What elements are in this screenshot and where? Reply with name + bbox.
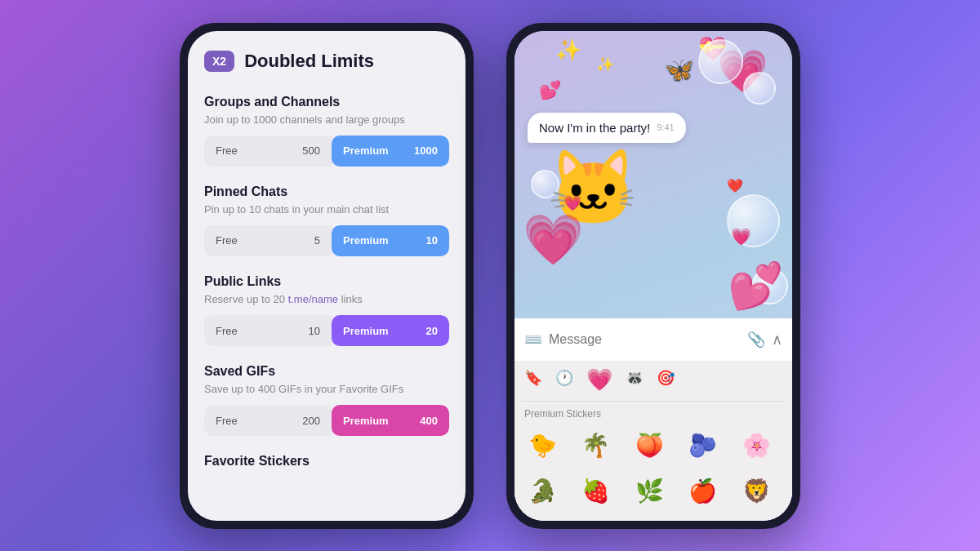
limit-free-gifs: Free 200 — [204, 405, 332, 436]
limit-bar-links: Free 10 Premium 20 — [204, 315, 449, 346]
heart-tab[interactable]: 💗 — [586, 367, 612, 393]
section-saved-gifs: Saved GIFs Save up to 400 GIFs in your F… — [204, 364, 449, 436]
premium-value-links: 20 — [426, 325, 438, 337]
panel-tabs: 🔖 🕐 💗 🦝 🎯 — [521, 369, 786, 402]
sticker-croc2[interactable]: 🌿 — [628, 470, 670, 513]
limit-premium-gifs: Premium 400 — [332, 405, 449, 436]
left-phone-screen: X2 Doubled Limits Groups and Channels Jo… — [188, 31, 466, 521]
keyboard-icon[interactable]: ⌨️ — [524, 331, 542, 349]
premium-label-gifs: Premium — [343, 415, 389, 427]
free-label-gifs: Free — [216, 415, 238, 427]
tme-link[interactable]: t.me/name — [288, 293, 338, 305]
premium-label-pinned: Premium — [343, 234, 389, 247]
bubble-decoration-1 — [698, 39, 743, 84]
chat-input-area: ⌨️ 📎 ∧ 🔖 🕐 💗 🦝 🎯 Premium Stickers — [514, 318, 792, 521]
bookmark-tab[interactable]: 🔖 — [524, 369, 542, 394]
premium-label-groups: Premium — [343, 144, 389, 157]
limit-free-links: Free 10 — [204, 315, 332, 346]
phone-content: X2 Doubled Limits Groups and Channels Jo… — [188, 31, 466, 521]
butterfly-icon: 🦋 — [664, 56, 694, 84]
section-title-stickers: Favorite Stickers — [204, 454, 449, 469]
message-input[interactable] — [549, 325, 741, 354]
sparkle-icon: ✨ — [596, 56, 614, 73]
heart-big-right: 💕 — [728, 260, 784, 313]
sticker-flower[interactable]: 🌸 — [735, 424, 777, 467]
heart-float-1: 💗 — [564, 194, 581, 212]
sticker-lion[interactable]: 🦁 — [735, 470, 777, 513]
section-desc-links: Reserve up to 20 t.me/name links — [204, 292, 449, 307]
premium-value-pinned: 10 — [426, 234, 438, 247]
premium-value-groups: 1000 — [414, 144, 438, 157]
page-title: Doubled Limits — [244, 51, 374, 72]
sticker-strawberry[interactable]: 🍓 — [575, 470, 617, 513]
free-value-groups: 500 — [302, 144, 320, 157]
sticker-duck[interactable]: 🐤 — [521, 424, 564, 467]
chat-area: 🦋 💗 💝 💕 ✨ ✨ Now I'm in the party! 9:41 🐱… — [514, 31, 792, 521]
sticker-croc[interactable]: 🐊 — [521, 470, 564, 513]
section-favorite-stickers: Favorite Stickers — [204, 454, 449, 469]
sticker-apple[interactable]: 🍎 — [682, 470, 724, 513]
section-title-links: Public Links — [204, 274, 449, 289]
attachment-icon[interactable]: 📎 — [747, 331, 765, 349]
recent-tab[interactable]: 🕐 — [555, 369, 573, 394]
title-row: X2 Doubled Limits — [204, 51, 449, 72]
message-time: 9:41 — [657, 122, 674, 132]
star-icon: ✨ — [555, 38, 581, 63]
sticker-tab-animal[interactable]: 🦝 — [626, 369, 644, 394]
input-row: ⌨️ 📎 ∧ — [514, 318, 792, 361]
free-value-pinned: 5 — [314, 234, 320, 247]
limit-premium-links: Premium 20 — [332, 315, 449, 346]
premium-stickers-label: Premium Stickers — [521, 408, 786, 420]
heart-float-3: 💗 — [731, 227, 751, 247]
bubble-decoration-2 — [743, 72, 776, 104]
free-label-links: Free — [216, 325, 238, 337]
limit-free-pinned: Free 5 — [204, 225, 332, 256]
premium-label-links: Premium — [343, 325, 389, 337]
sticker-palm[interactable]: 🌴 — [575, 424, 617, 467]
section-pinned-chats: Pinned Chats Pin up to 10 chats in your … — [204, 184, 449, 256]
right-phone-screen: 🦋 💗 💝 💕 ✨ ✨ Now I'm in the party! 9:41 🐱… — [514, 31, 792, 521]
heart-float-2: ❤️ — [727, 178, 743, 193]
sticker-grid: 🐤 🌴 🍑 🫐 🌸 🐊 🍓 🌿 🍎 🦁 — [521, 424, 786, 513]
limit-bar-gifs: Free 200 Premium 400 — [204, 405, 449, 436]
limit-free-groups: Free 500 — [204, 136, 332, 167]
sticker-panel: 🔖 🕐 💗 🦝 🎯 Premium Stickers 🐤 🌴 🍑 🫐 🌸 � — [514, 361, 792, 521]
section-groups-channels: Groups and Channels Join up to 1000 chan… — [204, 95, 449, 167]
heart-tiny-icon: 💕 — [539, 80, 561, 101]
left-phone: X2 Doubled Limits Groups and Channels Jo… — [180, 23, 474, 529]
free-label-groups: Free — [216, 144, 238, 157]
section-desc-groups: Join up to 1000 channels and large group… — [204, 113, 449, 127]
premium-value-gifs: 400 — [420, 415, 438, 427]
sticker-tab-extra[interactable]: 🎯 — [657, 369, 675, 394]
section-public-links: Public Links Reserve up to 20 t.me/name … — [204, 274, 449, 346]
message-text: Now I'm in the party! — [539, 121, 650, 135]
limit-premium-pinned: Premium 10 — [332, 225, 449, 256]
section-title-gifs: Saved GIFs — [204, 364, 449, 379]
chevron-up-icon[interactable]: ∧ — [772, 331, 782, 349]
heart-big-left: 💗 — [523, 211, 584, 269]
right-phone: 🦋 💗 💝 💕 ✨ ✨ Now I'm in the party! 9:41 🐱… — [506, 23, 800, 529]
section-title-pinned: Pinned Chats — [204, 184, 449, 199]
chat-message-bubble: Now I'm in the party! 9:41 — [528, 113, 686, 143]
section-desc-gifs: Save up to 400 GIFs in your Favorite GIF… — [204, 382, 449, 397]
free-value-links: 10 — [309, 325, 320, 337]
x2-badge: X2 — [204, 51, 234, 72]
limit-bar-pinned: Free 5 Premium 10 — [204, 225, 449, 256]
free-label-pinned: Free — [216, 234, 238, 247]
sticker-berry[interactable]: 🫐 — [682, 424, 724, 467]
limit-premium-groups: Premium 1000 — [332, 136, 449, 167]
sticker-peach[interactable]: 🍑 — [628, 424, 670, 467]
limit-bar-groups: Free 500 Premium 1000 — [204, 136, 449, 167]
free-value-gifs: 200 — [302, 415, 320, 427]
section-desc-pinned: Pin up to 10 chats in your main chat lis… — [204, 202, 449, 217]
section-title-groups: Groups and Channels — [204, 95, 449, 109]
